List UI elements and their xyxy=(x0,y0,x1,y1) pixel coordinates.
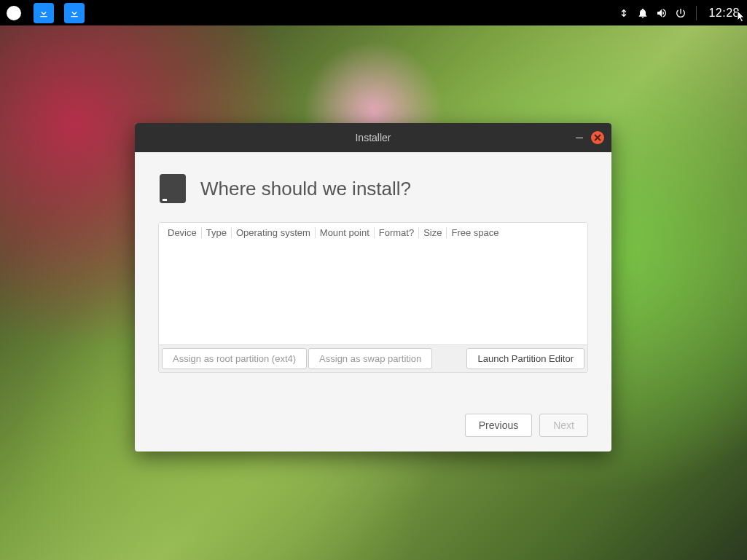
col-os[interactable]: Operating system xyxy=(232,227,316,238)
applications-menu-button[interactable] xyxy=(4,4,23,23)
top-panel: 12:28 xyxy=(0,0,747,25)
minimize-button[interactable]: − xyxy=(575,130,584,145)
power-icon[interactable] xyxy=(674,7,687,20)
svg-rect-0 xyxy=(163,199,167,201)
close-icon xyxy=(594,134,601,141)
window-titlebar[interactable]: Installer − xyxy=(135,123,611,152)
nav-row: Previous Next xyxy=(158,396,588,437)
panel-left xyxy=(4,3,85,23)
table-body[interactable] xyxy=(159,242,587,344)
col-size[interactable]: Size xyxy=(419,227,447,238)
page-heading: Where should we install? xyxy=(200,178,411,200)
assign-root-button[interactable]: Assign as root partition (ext4) xyxy=(162,348,307,369)
taskbar-installer-1[interactable] xyxy=(34,3,54,23)
installer-window: Installer − Where should we install? Dev… xyxy=(135,123,611,451)
close-button[interactable] xyxy=(591,131,604,144)
download-arrow-icon xyxy=(69,7,80,19)
col-device[interactable]: Device xyxy=(163,227,202,238)
window-content: Where should we install? Device Type Ope… xyxy=(135,152,611,451)
col-type[interactable]: Type xyxy=(202,227,232,238)
panel-right: 12:28 xyxy=(617,6,743,20)
download-arrow-icon xyxy=(38,7,50,19)
col-format[interactable]: Format? xyxy=(375,227,419,238)
table-header: Device Type Operating system Mount point… xyxy=(159,223,587,242)
panel-divider xyxy=(696,6,697,20)
notifications-icon[interactable] xyxy=(636,7,649,20)
launch-partition-editor-button[interactable]: Launch Partition Editor xyxy=(466,348,584,369)
clock[interactable]: 12:28 xyxy=(705,7,743,20)
network-icon[interactable] xyxy=(617,7,630,20)
partition-table: Device Type Operating system Mount point… xyxy=(158,222,588,373)
taskbar-installer-2[interactable] xyxy=(64,3,85,23)
assign-swap-button[interactable]: Assign as swap partition xyxy=(308,348,432,369)
partition-action-row: Assign as root partition (ext4) Assign a… xyxy=(159,344,587,372)
next-button[interactable]: Next xyxy=(539,414,588,437)
previous-button[interactable]: Previous xyxy=(465,414,532,437)
window-title: Installer xyxy=(355,132,391,143)
action-spacer xyxy=(434,348,465,369)
disk-icon xyxy=(158,173,187,205)
volume-icon[interactable] xyxy=(655,7,668,20)
col-mount[interactable]: Mount point xyxy=(316,227,375,238)
col-free[interactable]: Free space xyxy=(447,227,503,238)
heading-row: Where should we install? xyxy=(158,173,588,205)
